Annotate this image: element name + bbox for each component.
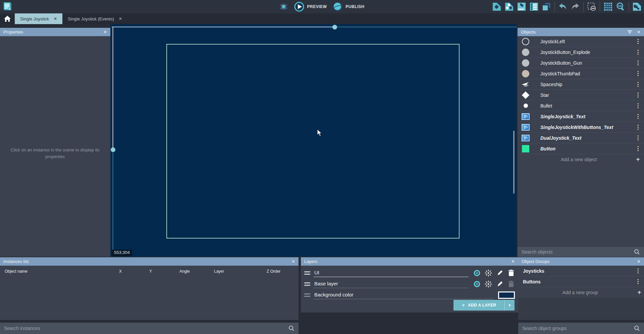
- drag-handle-icon[interactable]: [304, 271, 310, 275]
- publish-button[interactable]: PUBLISH: [333, 2, 364, 12]
- object-row[interactable]: Button ⋮: [518, 143, 644, 154]
- edit-pencil-icon[interactable]: [496, 269, 503, 277]
- kebab-menu-icon[interactable]: ⋮: [635, 91, 641, 98]
- settings-wrench-icon[interactable]: [633, 2, 641, 11]
- edit-pencil-icon[interactable]: [496, 280, 503, 288]
- text-icon: Tx: [522, 113, 530, 121]
- kebab-menu-icon[interactable]: ⋮: [635, 267, 641, 274]
- kebab-menu-icon[interactable]: ⋮: [635, 124, 641, 131]
- column-header: Layer: [214, 269, 224, 274]
- object-row[interactable]: JoystickThumbPad ⋮: [518, 68, 644, 79]
- debugger-icon[interactable]: [279, 2, 288, 11]
- search-instances-placeholder: Search instances: [4, 326, 288, 331]
- green-square-icon: [522, 145, 530, 153]
- plus-icon: +: [462, 302, 465, 309]
- search-objects-input[interactable]: Search objects: [518, 247, 644, 257]
- object-row[interactable]: JoystickButton_Gun ⋮: [518, 58, 644, 68]
- layer-effects-icon[interactable]: [485, 269, 492, 277]
- object-name: Spaceship: [540, 82, 635, 87]
- tab-single-joystick-events[interactable]: Single Joystick (Events) ✕: [62, 13, 127, 24]
- kebab-menu-icon[interactable]: ⋮: [635, 81, 641, 88]
- drag-handle-icon[interactable]: [304, 282, 310, 286]
- preview-button[interactable]: PREVIEW: [294, 2, 327, 12]
- add-layer-button[interactable]: + ADD A LAYER ▼: [453, 300, 515, 311]
- object-name: Bullet: [540, 103, 635, 109]
- object-row[interactable]: Tx SingleJoystickWithButtons_Text ⋮: [518, 122, 644, 133]
- layer-name-field[interactable]: UI: [314, 269, 469, 277]
- play-icon: [294, 2, 304, 12]
- object-groups-icon[interactable]: [505, 2, 514, 11]
- filter-icon[interactable]: [627, 30, 632, 34]
- main-toolbar: PREVIEW PUBLISH: [0, 0, 644, 13]
- visibility-eye-icon[interactable]: [473, 269, 481, 277]
- kebab-menu-icon[interactable]: ⋮: [635, 70, 641, 77]
- canvas-vscroll-handle[interactable]: [111, 147, 115, 152]
- objects-panel: Objects ✕: [518, 28, 644, 36]
- tab-single-joystick[interactable]: Single Joystick ✕: [15, 13, 62, 24]
- group-row[interactable]: Buttons ⋮: [518, 276, 644, 287]
- properties-edit-icon[interactable]: [517, 2, 526, 11]
- canvas-hscroll-track[interactable]: [337, 26, 517, 27]
- publish-label: PUBLISH: [345, 4, 364, 9]
- group-row[interactable]: Joysticks ⋮: [518, 266, 644, 276]
- add-object-button[interactable]: Add a new object +: [518, 154, 644, 165]
- canvas-vscroll-track[interactable]: [112, 27, 113, 150]
- redo-icon[interactable]: [571, 2, 580, 11]
- add-layer-label: ADD A LAYER: [468, 303, 496, 308]
- instances-list-icon[interactable]: [530, 2, 538, 11]
- delete-selection-icon[interactable]: [587, 2, 596, 11]
- object-row[interactable]: Spaceship ⋮: [518, 79, 644, 90]
- properties-panel-body: Click on an instance in the scene to dis…: [0, 36, 110, 257]
- layers-icon[interactable]: [542, 2, 551, 11]
- close-icon[interactable]: ✕: [511, 259, 515, 264]
- canvas-hscroll-track[interactable]: [112, 26, 334, 27]
- kebab-menu-icon[interactable]: ⋮: [635, 38, 641, 45]
- home-tab-button[interactable]: [0, 13, 15, 24]
- spaceship-icon: [522, 80, 530, 88]
- grid-icon[interactable]: [604, 2, 612, 11]
- zoom-1-1-icon[interactable]: 1:1: [616, 2, 625, 11]
- object-groups-title: Object Groups: [522, 259, 550, 264]
- canvas-right-scroll-handle[interactable]: [513, 131, 515, 194]
- search-icon: [634, 325, 640, 331]
- object-name: DualJoystick_Text: [540, 135, 635, 141]
- kebab-menu-icon[interactable]: ⋮: [635, 49, 641, 56]
- properties-panel-title: Properties: [3, 29, 23, 35]
- undo-icon[interactable]: [558, 2, 567, 11]
- tab-close-icon[interactable]: ✕: [54, 16, 57, 21]
- scene-canvas[interactable]: 553;304: [110, 24, 517, 257]
- background-color-row: Background color: [301, 289, 518, 300]
- close-icon[interactable]: ✕: [291, 259, 295, 264]
- canvas-vscroll-track[interactable]: [112, 152, 113, 255]
- close-icon[interactable]: ✕: [637, 29, 641, 35]
- search-instances-input[interactable]: Search instances: [0, 323, 299, 334]
- close-icon[interactable]: ✕: [103, 29, 107, 35]
- object-row[interactable]: Star ⋮: [518, 90, 644, 101]
- search-object-groups-input[interactable]: Search object groups: [518, 323, 644, 334]
- kebab-menu-icon[interactable]: ⋮: [635, 145, 641, 152]
- layers-panel: Layers ✕: [301, 257, 518, 266]
- kebab-menu-icon[interactable]: ⋮: [635, 278, 641, 285]
- layer-name-field[interactable]: Base layer: [314, 280, 469, 288]
- object-row[interactable]: Bullet ⋮: [518, 101, 644, 111]
- background-color-swatch[interactable]: [498, 291, 515, 299]
- object-row[interactable]: Tx SingleJoystick_Text ⋮: [518, 111, 644, 122]
- kebab-menu-icon[interactable]: ⋮: [635, 102, 641, 109]
- object-row[interactable]: Tx DualJoystick_Text ⋮: [518, 133, 644, 143]
- canvas-hscroll-handle[interactable]: [332, 25, 337, 29]
- delete-trash-icon[interactable]: [507, 269, 515, 277]
- add-layer-dropdown[interactable]: ▼: [504, 300, 515, 311]
- delete-trash-icon[interactable]: [507, 280, 515, 288]
- close-icon[interactable]: ✕: [637, 259, 641, 264]
- visibility-eye-icon[interactable]: [473, 280, 481, 288]
- kebab-menu-icon[interactable]: ⋮: [635, 134, 641, 141]
- kebab-menu-icon[interactable]: ⋮: [635, 113, 641, 120]
- add-group-button[interactable]: Add a new group +: [518, 287, 644, 298]
- objects-editor-icon[interactable]: [492, 2, 501, 11]
- kebab-menu-icon[interactable]: ⋮: [635, 59, 641, 66]
- layer-effects-icon[interactable]: [485, 280, 492, 288]
- tab-close-icon[interactable]: ✕: [119, 16, 122, 21]
- object-row[interactable]: JoystickLeft ⋮: [518, 36, 644, 47]
- object-row[interactable]: JoystickButton_Explode ⋮: [518, 47, 644, 58]
- column-header: X: [119, 269, 122, 274]
